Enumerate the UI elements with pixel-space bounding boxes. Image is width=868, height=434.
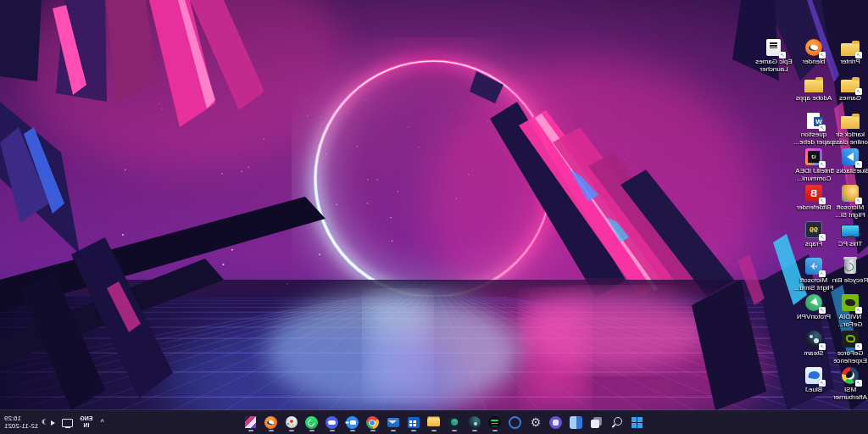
search-icon[interactable] bbox=[609, 412, 626, 432]
desktop-icon-kartick-sir-online-class[interactable]: kartick sir online class bbox=[832, 110, 868, 147]
shortcut-arrow-icon bbox=[855, 343, 862, 350]
monitor-icon bbox=[840, 220, 860, 240]
discord-icon[interactable] bbox=[324, 412, 341, 432]
microsoft-store-icon[interactable] bbox=[405, 412, 422, 432]
bitdefender-icon: B bbox=[804, 183, 824, 203]
clock-time: 16:29 bbox=[4, 415, 21, 422]
desktop-icon-games[interactable]: Games bbox=[832, 74, 868, 110]
clock[interactable]: 16:29 12-11-2021 bbox=[4, 415, 38, 430]
steam-icon bbox=[804, 329, 824, 349]
start-button[interactable] bbox=[629, 412, 646, 432]
desktop-icon-column-2: blender Adobe apps W question paper debe… bbox=[795, 37, 832, 402]
settings-gear-icon[interactable] bbox=[527, 412, 544, 432]
word-document-icon: W bbox=[804, 110, 824, 131]
desktop-icon-blender[interactable]: blender bbox=[795, 37, 832, 74]
shortcut-arrow-icon bbox=[819, 234, 826, 241]
geforce-icon bbox=[840, 329, 860, 349]
icon-label: ProtonVPN bbox=[792, 313, 836, 320]
shortcut-arrow-icon bbox=[855, 380, 862, 387]
bluestacks-icon bbox=[840, 147, 860, 167]
shortcut-arrow-icon bbox=[819, 270, 826, 277]
widgets-icon[interactable] bbox=[568, 412, 585, 432]
chrome-icon[interactable] bbox=[364, 412, 381, 432]
icon-label: Bitdefender bbox=[792, 203, 836, 211]
desktop-icon-printer[interactable]: Printer bbox=[832, 37, 868, 74]
blender-icon bbox=[804, 37, 824, 58]
icon-label: Epic Games Launcher bbox=[752, 58, 796, 73]
desktop-icon-epic-games-launcher[interactable]: Epic Games Launcher bbox=[753, 37, 795, 74]
taskbar: ^ ENG IN 16:29 12-11-2021 bbox=[0, 410, 868, 434]
intellij-icon: IJ bbox=[804, 147, 824, 167]
folder-icon bbox=[840, 74, 860, 94]
steam-taskbar-icon[interactable] bbox=[466, 412, 483, 432]
volume-icon[interactable] bbox=[44, 416, 56, 428]
desktop-icon-microsoft-flight-si[interactable]: Microsoft Flight Si... bbox=[832, 183, 868, 220]
desktop-icon-column-3: Epic Games Launcher bbox=[753, 37, 795, 74]
blue-ring-app-icon[interactable] bbox=[507, 412, 524, 432]
taskbar-pinned-icons bbox=[242, 410, 646, 434]
shortcut-arrow-icon bbox=[855, 198, 862, 204]
desktop-icon-geforce-experience[interactable]: GeForce Experience bbox=[832, 329, 868, 365]
desktop-icon-nvidia-gefor[interactable]: NVIDIA GeFor... bbox=[832, 292, 868, 329]
hidden-icons-chevron[interactable]: ^ bbox=[99, 418, 106, 426]
blender-taskbar-icon[interactable] bbox=[263, 412, 280, 432]
wallpaper-neon-circle bbox=[0, 0, 868, 410]
desktop-icon-bluej[interactable]: BlueJ bbox=[795, 365, 832, 402]
airplane-icon: ✈ bbox=[804, 256, 824, 276]
shortcut-arrow-icon bbox=[779, 52, 786, 58]
whatsapp-icon[interactable] bbox=[303, 412, 320, 432]
gauge-icon bbox=[840, 365, 860, 386]
shortcut-arrow-icon bbox=[819, 380, 826, 387]
icon-label: Steam bbox=[792, 349, 836, 357]
shortcut-arrow-icon bbox=[819, 161, 826, 168]
fraps-icon: 99 bbox=[804, 220, 824, 240]
icon-label: question paper debe... bbox=[792, 131, 836, 146]
shortcut-arrow-icon bbox=[855, 161, 862, 168]
bluej-icon bbox=[804, 365, 824, 386]
epic-games-icon bbox=[764, 37, 784, 58]
icon-label: blender bbox=[792, 58, 836, 65]
protonvpn-taskbar-icon[interactable] bbox=[446, 412, 463, 432]
camera-app-icon[interactable] bbox=[548, 412, 565, 432]
folder-icon bbox=[804, 74, 824, 94]
task-view-icon[interactable] bbox=[588, 412, 605, 432]
nvidia-icon bbox=[840, 292, 860, 313]
spotify-icon[interactable] bbox=[487, 412, 504, 432]
protonvpn-icon bbox=[804, 292, 824, 313]
pixel-game-app-icon[interactable] bbox=[242, 412, 259, 432]
desktop-icon-msi-afterburner[interactable]: MSI Afterburner bbox=[832, 365, 868, 402]
folder-icon bbox=[840, 110, 860, 131]
desktop-icon-steam[interactable]: Steam bbox=[795, 329, 832, 365]
shortcut-arrow-icon bbox=[819, 52, 826, 58]
shortcut-arrow-icon bbox=[855, 88, 862, 95]
desktop-icon-bitdefender[interactable]: B Bitdefender bbox=[795, 183, 832, 220]
desktop-icon-this-pc[interactable]: This PC bbox=[832, 220, 868, 256]
shortcut-arrow-icon bbox=[855, 307, 862, 314]
shortcut-arrow-icon bbox=[819, 343, 826, 350]
molecule-app-icon[interactable] bbox=[283, 412, 300, 432]
system-tray: ^ ENG IN 16:29 12-11-2021 bbox=[4, 410, 106, 434]
icon-label: Microsoft Flight Simu... bbox=[792, 276, 836, 292]
recycle-bin-icon bbox=[840, 256, 860, 276]
desktop-icon-intellij-idea[interactable]: IJ IntelliJ IDEA Communi... bbox=[795, 147, 832, 183]
icon-label: Adobe apps bbox=[792, 94, 836, 102]
desktop-icon-adobe-apps[interactable]: Adobe apps bbox=[795, 74, 832, 110]
desktop-icon-protonvpn[interactable]: ProtonVPN bbox=[795, 292, 832, 329]
flight-simulator-icon bbox=[840, 183, 860, 203]
desktop-icon-microsoft-flight-simu[interactable]: ✈ Microsoft Flight Simu... bbox=[795, 256, 832, 292]
desktop-icon-fraps[interactable]: 99 Fraps bbox=[795, 220, 832, 256]
mail-icon[interactable] bbox=[385, 412, 402, 432]
language-indicator[interactable]: ENG IN bbox=[80, 415, 92, 429]
language-line1: ENG bbox=[80, 415, 92, 422]
desktop-icon-question-paper[interactable]: W question paper debe... bbox=[795, 110, 832, 147]
desktop-icon-column-1: Printer Games kartick sir online class B… bbox=[832, 37, 868, 402]
file-explorer-icon[interactable] bbox=[426, 412, 442, 432]
zoom-app-icon[interactable] bbox=[344, 412, 361, 432]
icon-label: IntelliJ IDEA Communi... bbox=[792, 167, 836, 182]
shortcut-arrow-icon bbox=[819, 307, 826, 314]
desktop-icon-bluestacks-5[interactable]: BlueStacks 5 bbox=[832, 147, 868, 183]
clock-date: 12-11-2021 bbox=[4, 422, 38, 430]
desktop-icon-recycle-bin[interactable]: Recycle Bin bbox=[832, 256, 868, 292]
shortcut-arrow-icon bbox=[819, 125, 826, 131]
network-icon[interactable] bbox=[62, 416, 74, 428]
